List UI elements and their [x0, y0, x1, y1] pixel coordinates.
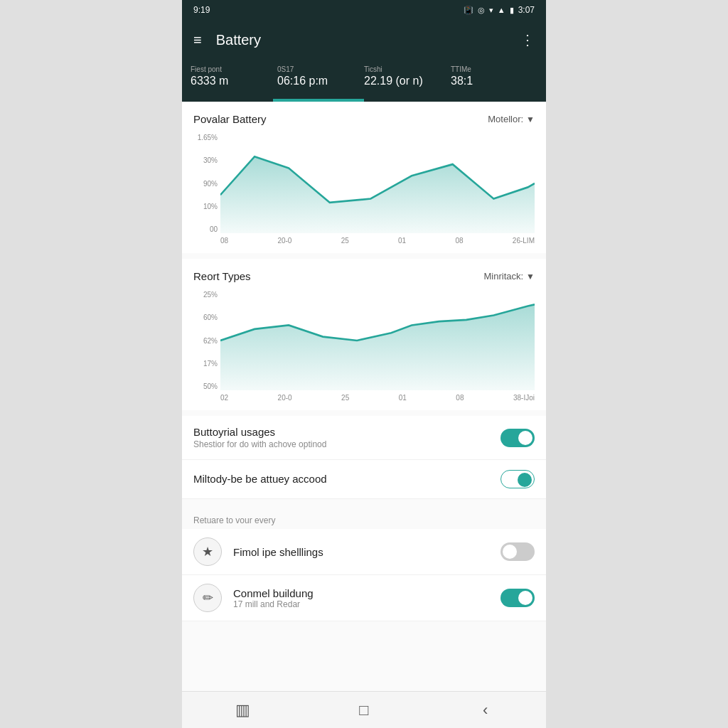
chart2-filter-arrow: ▼	[526, 272, 535, 282]
toggle-1-thumb	[518, 473, 532, 487]
main-content: Povalar Battery Motellor: ▼ 1.65% 30% 90…	[182, 102, 546, 691]
chart1-section: Povalar Battery Motellor: ▼ 1.65% 30% 90…	[182, 102, 546, 253]
stat-value-2: 22.19 (or n)	[364, 75, 451, 87]
toggle-1[interactable]	[500, 470, 535, 488]
chart1-y-0: 1.65%	[198, 134, 218, 141]
toggle-0-thumb	[518, 431, 532, 445]
chart1-x-5: 26-LIM	[513, 237, 535, 245]
toggle-item-1-title: Miltody-be be attuey accood	[193, 473, 500, 485]
chart2-y-3: 17%	[203, 360, 218, 368]
chart1-header: Povalar Battery Motellor: ▼	[193, 113, 535, 125]
chart2-y-1: 60%	[203, 314, 218, 321]
icon-item-1: ✏ Conmel buildung 17 mill and Redar	[182, 575, 546, 621]
chart1-y-3: 10%	[203, 203, 218, 210]
chart2-filter[interactable]: Minritack: ▼	[483, 271, 535, 282]
icon-item-0-text: Fimol ipe shelllings	[233, 546, 500, 558]
chart1-y-1: 30%	[203, 156, 218, 164]
stat-item-3: TTIMe 38:1	[451, 65, 537, 87]
more-button[interactable]: ⋮	[520, 31, 535, 48]
toggle-item-0-text: Buttoyrial usages Shestior for do with a…	[193, 426, 500, 449]
chart2-title: Reort Types	[193, 270, 251, 282]
chart2-x-1: 20-0	[278, 394, 292, 402]
chart2-header: Reort Types Minritack: ▼	[193, 270, 535, 282]
stat-value-3: 38:1	[451, 75, 537, 87]
chart2-x-0: 02	[220, 394, 228, 402]
chart2-x-labels: 02 20-0 25 01 08 38-IJoi	[220, 390, 535, 405]
signal-icon: ▲	[498, 6, 505, 14]
toggle-item-1-text: Miltody-be be attuey accood	[193, 473, 500, 486]
section-header-text: Retuare to vour every	[193, 515, 275, 525]
stats-row: Fiest pont 6333 m 0S17 06:16 p:m Ticshi …	[182, 60, 546, 99]
status-bar: 9:19 📳 ◎ ▾ ▲ ▮ 3:07	[182, 0, 546, 20]
tab-active-bar	[273, 99, 364, 102]
svg-marker-1	[220, 304, 535, 390]
chart1-y-labels: 1.65% 30% 90% 10% 00	[193, 134, 220, 233]
stat-value-1: 06:16 p:m	[277, 75, 364, 87]
icon-items-section: ★ Fimol ipe shelllings ✏ Conmel buildung…	[182, 529, 546, 621]
nav-overview-button[interactable]: ▥	[228, 696, 257, 724]
icon-item-0: ★ Fimol ipe shelllings	[182, 529, 546, 575]
chart2-y-labels: 25% 60% 62% 17% 50%	[193, 291, 220, 390]
stat-label-1: 0S17	[277, 65, 364, 73]
back-icon: ‹	[483, 701, 488, 719]
status-time-left: 9:19	[193, 5, 210, 15]
chart1-x-0: 08	[220, 237, 228, 245]
chart1-filter-label: Motellor:	[488, 114, 523, 124]
chart1-x-1: 20-0	[277, 237, 291, 245]
nav-home-button[interactable]: □	[350, 696, 378, 724]
toggle-settings-section: Buttoyrial usages Shestior for do with a…	[182, 416, 546, 499]
toggle-icon-1-thumb	[518, 591, 532, 605]
chart1-y-2: 90%	[203, 180, 218, 188]
chart1-filter[interactable]: Motellor: ▼	[488, 114, 535, 124]
nav-back-button[interactable]: ‹	[471, 696, 500, 724]
toggle-icon-1[interactable]	[500, 589, 535, 607]
phone-container: 9:19 📳 ◎ ▾ ▲ ▮ 3:07 ≡ Battery ⋮ Fiest po…	[182, 0, 546, 728]
icon-item-1-subtitle: 17 mill and Redar	[233, 599, 500, 609]
stat-item-2: Ticshi 22.19 (or n)	[364, 65, 451, 87]
chart2-y-4: 50%	[203, 382, 218, 390]
stat-label-2: Ticshi	[364, 65, 451, 73]
icon-item-0-icon: ★	[193, 537, 222, 566]
target-icon: ◎	[478, 6, 485, 15]
home-icon: □	[359, 701, 368, 719]
chart1-x-labels: 08 20-0 25 01 08 26-LIM	[220, 233, 535, 247]
chart2-x-5: 38-IJoi	[513, 394, 535, 402]
chart1-y-4: 00	[210, 225, 218, 233]
toggle-item-0-subtitle: Shestior for do with achove optinod	[193, 439, 500, 449]
chart2-area	[220, 291, 535, 390]
stat-label-0: Fiest pont	[191, 65, 277, 73]
battery-icon: ▮	[510, 6, 514, 15]
status-time-right: 3:07	[518, 5, 535, 15]
section-header: Retuare to vour every	[182, 505, 546, 529]
chart2-section: Reort Types Minritack: ▼ 25% 60% 62% 17%…	[182, 259, 546, 410]
stat-value-0: 6333 m	[191, 75, 277, 87]
toggle-item-0-title: Buttoyrial usages	[193, 426, 500, 438]
chart1-filter-arrow: ▼	[526, 114, 535, 124]
nav-bar: ▥ □ ‹	[182, 691, 546, 728]
app-title: Battery	[216, 32, 520, 48]
toggle-0[interactable]	[500, 429, 535, 447]
chart2-x-4: 08	[456, 394, 464, 402]
chart2-y-0: 25%	[203, 291, 218, 299]
toggle-icon-0-thumb	[503, 545, 517, 559]
stat-label-3: TTIMe	[451, 65, 537, 73]
toggle-item-0: Buttoyrial usages Shestior for do with a…	[182, 416, 546, 460]
chart2-filter-label: Minritack:	[483, 271, 523, 282]
chart1-x-2: 25	[341, 237, 349, 245]
chart1-x-4: 08	[455, 237, 463, 245]
chart1-x-3: 01	[398, 237, 406, 245]
chart2-x-2: 25	[341, 394, 349, 402]
chart2-wrapper: 25% 60% 62% 17% 50%	[193, 291, 535, 405]
tab-indicator	[182, 99, 546, 102]
icon-item-1-text: Conmel buildung 17 mill and Redar	[233, 587, 500, 609]
chart1-area	[220, 134, 535, 233]
icon-item-1-icon: ✏	[193, 584, 222, 612]
chart2-x-3: 01	[399, 394, 407, 402]
vibrate-icon: 📳	[464, 6, 473, 15]
overview-icon: ▥	[235, 701, 250, 719]
stat-item-1: 0S17 06:16 p:m	[277, 65, 364, 87]
menu-button[interactable]: ≡	[193, 32, 202, 48]
toggle-icon-0[interactable]	[500, 542, 535, 561]
chart1-title: Povalar Battery	[193, 113, 267, 125]
toggle-item-1: Miltody-be be attuey accood	[182, 460, 546, 499]
